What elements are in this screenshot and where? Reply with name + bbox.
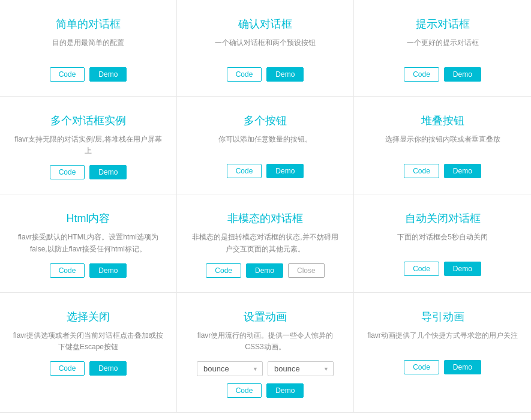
main-grid: 简单的对话框 目的是用最简单的配置 Code Demo 确认对话框 一个确认对话… [0,0,531,413]
card-desc: flavr接受默认的HTML内容。设置html选项为false,以防止flavr… [12,232,164,254]
demo-button[interactable]: Demo [89,263,127,278]
animation-select-2-wrapper: bounce flash shake tada swing wobble pul… [268,361,334,376]
demo-button[interactable]: Demo [444,360,481,374]
card-desc: 非模态的是扭转模态对话框的状态,并不妨碍用户交互页面的其他元素。 [189,232,341,254]
card-buttons: Code Demo [366,164,519,178]
card-multi-dialog: 多个对话框实例 flavr支持无限的对话实例/层,将堆栈在用户屏幕上 Code … [0,97,177,194]
card-desc: 你可以添加任意数量的按钮。 [189,134,341,155]
card-buttons: Code Demo [12,67,164,82]
card-select-close: 选择关闭 flavr提供选项或者关闭当前对话框点击叠加或按下键盘Escape按钮… [0,293,177,413]
card-title: 非模态的对话框 [189,211,341,226]
card-buttons: Code Demo [12,165,164,179]
demo-button[interactable]: Demo [89,67,127,82]
card-set-animation: 设置动画 flavr使用流行的动画。提供一些令人惊异的CSS3动画。 bounc… [177,293,354,413]
code-button[interactable]: Code [50,165,85,179]
card-desc: 一个确认对话框和两个预设按钮 [189,37,341,59]
close-button[interactable]: Close [288,263,325,278]
card-buttons: Code Demo [366,360,519,374]
card-desc: flavr使用流行的动画。提供一些令人惊异的CSS3动画。 [189,330,341,353]
card-title: 提示对话框 [366,17,519,31]
card-buttons: Code Demo [189,383,341,398]
animation-select-1-wrapper: bounce flash shake tada swing wobble pul… [197,361,263,376]
code-button[interactable]: Code [227,67,262,82]
card-buttons: Code Demo [189,164,341,178]
card-buttons: Code Demo [366,67,519,82]
card-buttons: Code Demo [189,67,341,82]
demo-button[interactable]: Demo [89,165,127,179]
card-title: Html内容 [12,211,164,226]
animation-selects: bounce flash shake tada swing wobble pul… [189,361,341,376]
animation-select-2[interactable]: bounce flash shake tada swing wobble pul… [268,361,334,376]
card-title: 导引动画 [366,310,519,324]
card-title: 设置动画 [189,310,341,324]
code-button[interactable]: Code [206,263,241,278]
card-non-modal-dialog: 非模态的对话框 非模态的是扭转模态对话框的状态,并不妨碍用户交互页面的其他元素。… [177,194,354,292]
code-button[interactable]: Code [227,383,262,398]
card-stack-button: 堆叠按钮 选择显示你的按钮内联或者垂直叠放 Code Demo [354,97,531,194]
code-button[interactable]: Code [50,67,85,82]
card-desc: flavr支持无限的对话实例/层,将堆栈在用户屏幕上 [12,134,164,157]
card-desc: 一个更好的提示对话框 [366,37,519,59]
card-hint-dialog: 提示对话框 一个更好的提示对话框 Code Demo [354,0,531,97]
demo-button[interactable]: Demo [444,164,481,178]
code-button[interactable]: Code [404,360,439,374]
card-auto-close-dialog: 自动关闭对话框 下面的对话框会5秒自动关闭 Code Demo [354,194,531,292]
code-button[interactable]: Code [50,361,85,376]
card-buttons: Code Demo [12,263,164,278]
code-button[interactable]: Code [404,67,439,82]
demo-button[interactable]: Demo [444,262,481,276]
card-buttons: Code Demo [366,262,519,276]
card-desc: flavr动画提供了几个快捷方式寻求您的用户关注 [366,330,519,352]
card-title: 多个按钮 [189,113,341,128]
card-guide-animation: 导引动画 flavr动画提供了几个快捷方式寻求您的用户关注 Code Demo [354,293,531,413]
animation-select-1[interactable]: bounce flash shake tada swing wobble pul… [197,361,263,376]
code-button[interactable]: Code [404,164,439,178]
card-title: 自动关闭对话框 [366,211,519,226]
card-title: 确认对话框 [189,17,341,31]
card-html-content: Html内容 flavr接受默认的HTML内容。设置html选项为false,以… [0,194,177,292]
demo-button[interactable]: Demo [246,263,283,278]
card-desc: 目的是用最简单的配置 [12,37,164,59]
card-desc: 选择显示你的按钮内联或者垂直叠放 [366,134,519,155]
card-buttons: Code Demo Close [189,263,341,278]
demo-button[interactable]: Demo [266,383,304,398]
code-button[interactable]: Code [227,164,262,178]
card-buttons: Code Demo [12,361,164,376]
card-desc: flavr提供选项或者关闭当前对话框点击叠加或按下键盘Escape按钮 [12,330,164,353]
demo-button[interactable]: Demo [266,164,304,178]
card-desc: 下面的对话框会5秒自动关闭 [366,232,519,253]
card-title: 简单的对话框 [12,17,164,31]
card-title: 选择关闭 [12,310,164,324]
card-simple-dialog: 简单的对话框 目的是用最简单的配置 Code Demo [0,0,177,97]
card-title: 多个对话框实例 [12,113,164,128]
demo-button[interactable]: Demo [444,67,481,82]
code-button[interactable]: Code [404,262,439,276]
card-multi-button: 多个按钮 你可以添加任意数量的按钮。 Code Demo [177,97,354,194]
code-button[interactable]: Code [50,263,85,278]
card-confirm-dialog: 确认对话框 一个确认对话框和两个预设按钮 Code Demo [177,0,354,97]
card-title: 堆叠按钮 [366,113,519,128]
demo-button[interactable]: Demo [266,67,304,82]
demo-button[interactable]: Demo [89,361,127,376]
